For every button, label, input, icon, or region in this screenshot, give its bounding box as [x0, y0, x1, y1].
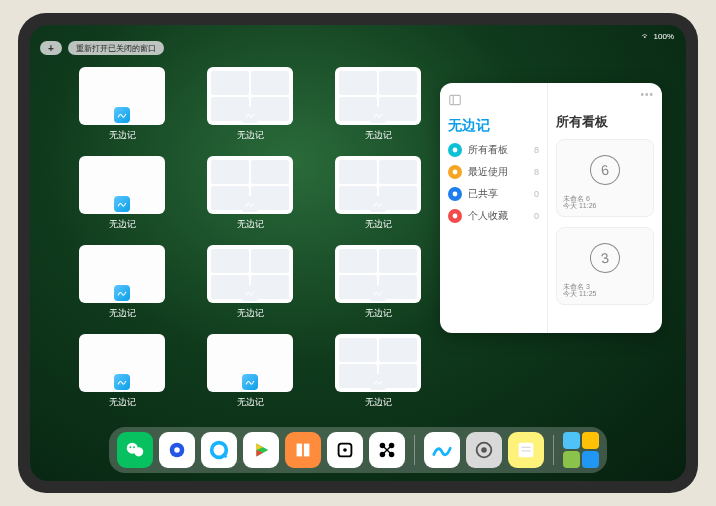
board-preview: 6 — [563, 146, 647, 195]
svg-point-3 — [453, 170, 458, 175]
dock-app-freeform[interactable] — [424, 432, 460, 468]
window-label: 无边记 — [365, 307, 392, 320]
window-thumbnail[interactable]: 无边记 — [198, 156, 302, 231]
category-count: 0 — [534, 211, 539, 221]
board-card[interactable]: 6未命名 6今天 11:26 — [556, 139, 654, 217]
dock-separator — [414, 435, 415, 465]
dock-app-dice[interactable] — [327, 432, 363, 468]
panel-left-title: 无边记 — [448, 117, 539, 135]
svg-point-11 — [174, 447, 180, 453]
window-label: 无边记 — [237, 396, 264, 409]
svg-point-23 — [481, 447, 487, 453]
window-thumbnail[interactable]: 无边记 — [326, 245, 430, 320]
wifi-icon: ᯤ — [642, 32, 650, 41]
category-count: 8 — [534, 145, 539, 155]
window-label: 无边记 — [237, 307, 264, 320]
dock — [109, 427, 607, 473]
window-thumbnail[interactable]: 无边记 — [326, 156, 430, 231]
freeform-badge-icon — [242, 285, 258, 301]
freeform-badge-icon — [114, 196, 130, 212]
category-label: 个人收藏 — [468, 209, 508, 223]
category-label: 已共享 — [468, 187, 498, 201]
ipad-frame: ᯤ 100% + 重新打开已关闭的窗口 无边记无边记无边记无边记无边记无边记无边… — [18, 13, 698, 493]
dock-app-wechat[interactable] — [117, 432, 153, 468]
topbar: + 重新打开已关闭的窗口 — [40, 41, 164, 55]
freeform-badge-icon — [114, 285, 130, 301]
screen: ᯤ 100% + 重新打开已关闭的窗口 无边记无边记无边记无边记无边记无边记无边… — [30, 25, 686, 481]
svg-point-4 — [453, 192, 458, 197]
category-icon — [448, 165, 462, 179]
category-count: 0 — [534, 189, 539, 199]
window-label: 无边记 — [109, 396, 136, 409]
freeform-badge-icon — [242, 374, 258, 390]
freeform-badge-icon — [370, 374, 386, 390]
dock-separator — [553, 435, 554, 465]
category-label: 所有看板 — [468, 143, 508, 157]
window-label: 无边记 — [365, 129, 392, 142]
svg-rect-24 — [519, 443, 534, 458]
dock-recent-apps[interactable] — [563, 432, 599, 468]
dock-app-play[interactable] — [243, 432, 279, 468]
freeform-badge-icon — [114, 107, 130, 123]
board-card[interactable]: 3未命名 3今天 11:25 — [556, 227, 654, 305]
window-thumbnail[interactable]: 无边记 — [198, 67, 302, 142]
window-label: 无边记 — [237, 218, 264, 231]
svg-point-17 — [343, 448, 347, 452]
window-thumbnail[interactable]: 无边记 — [326, 334, 430, 409]
panel-content: ••• 所有看板 6未命名 6今天 11:263未命名 3今天 11:25 — [548, 83, 662, 333]
board-meta: 未命名 6今天 11:26 — [563, 195, 647, 210]
dock-app-notes[interactable] — [508, 432, 544, 468]
category-row[interactable]: 个人收藏0 — [448, 209, 539, 223]
window-thumbnail[interactable]: 无边记 — [70, 156, 174, 231]
category-row[interactable]: 最近使用8 — [448, 165, 539, 179]
window-label: 无边记 — [365, 218, 392, 231]
category-row[interactable]: 所有看板8 — [448, 143, 539, 157]
freeform-badge-icon — [242, 196, 258, 212]
window-label: 无边记 — [109, 307, 136, 320]
window-label: 无边记 — [365, 396, 392, 409]
window-thumbnail[interactable]: 无边记 — [70, 245, 174, 320]
svg-rect-0 — [450, 95, 461, 104]
window-thumbnail[interactable]: 无边记 — [70, 67, 174, 142]
window-thumbnail[interactable]: 无边记 — [198, 334, 302, 409]
battery-label: 100% — [654, 32, 674, 41]
board-meta: 未命名 3今天 11:25 — [563, 283, 647, 298]
freeform-badge-icon — [370, 107, 386, 123]
dock-app-connect[interactable] — [369, 432, 405, 468]
panel-toolbar-icon[interactable] — [448, 93, 539, 107]
freeform-panel[interactable]: 无边记 所有看板8最近使用8已共享0个人收藏0 ••• 所有看板 6未命名 6今… — [440, 83, 662, 333]
category-row[interactable]: 已共享0 — [448, 187, 539, 201]
panel-right-title: 所有看板 — [556, 113, 654, 131]
board-preview: 3 — [563, 234, 647, 283]
freeform-badge-icon — [370, 285, 386, 301]
freeform-badge-icon — [370, 196, 386, 212]
window-thumbnail[interactable]: 无边记 — [326, 67, 430, 142]
dock-app-qqbrowser[interactable] — [159, 432, 195, 468]
freeform-badge-icon — [114, 374, 130, 390]
more-icon[interactable]: ••• — [640, 89, 654, 100]
new-window-button[interactable]: + — [40, 41, 62, 55]
window-thumbnail[interactable]: 无边记 — [198, 245, 302, 320]
panel-sidebar: 无边记 所有看板8最近使用8已共享0个人收藏0 — [440, 83, 548, 333]
window-label: 无边记 — [109, 218, 136, 231]
category-icon — [448, 143, 462, 157]
windows-grid: 无边记无边记无边记无边记无边记无边记无边记无边记无边记无边记无边记无边记 — [70, 67, 430, 409]
svg-point-7 — [134, 447, 143, 456]
window-label: 无边记 — [109, 129, 136, 142]
category-icon — [448, 209, 462, 223]
category-count: 8 — [534, 167, 539, 177]
window-thumbnail[interactable]: 无边记 — [70, 334, 174, 409]
dock-app-settings[interactable] — [466, 432, 502, 468]
category-label: 最近使用 — [468, 165, 508, 179]
dock-app-books[interactable] — [285, 432, 321, 468]
svg-point-5 — [453, 214, 458, 219]
svg-point-9 — [133, 446, 135, 448]
svg-point-8 — [130, 446, 132, 448]
svg-point-2 — [453, 148, 458, 153]
freeform-badge-icon — [242, 107, 258, 123]
reopen-closed-window-button[interactable]: 重新打开已关闭的窗口 — [68, 41, 164, 55]
window-label: 无边记 — [237, 129, 264, 142]
category-icon — [448, 187, 462, 201]
dock-app-browser-q[interactable] — [201, 432, 237, 468]
